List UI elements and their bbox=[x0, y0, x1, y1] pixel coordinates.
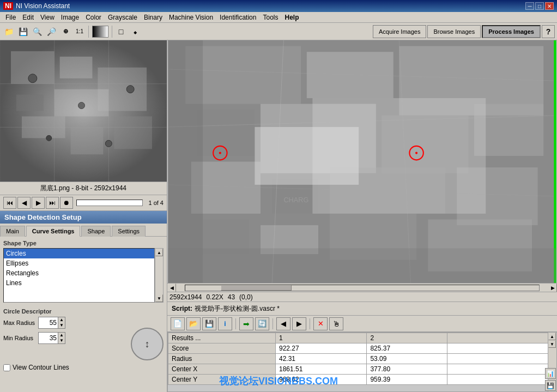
gradient-tool[interactable] bbox=[92, 26, 108, 38]
tab-settings[interactable]: Settings bbox=[112, 226, 146, 237]
bottom-right-icons: 📊 💾 bbox=[544, 367, 557, 392]
results-table: Results ... 1 2 Score 922.27 825.37 Radi bbox=[168, 333, 556, 385]
toolbar-separator-2 bbox=[112, 26, 112, 38]
svg-rect-50 bbox=[168, 248, 556, 283]
descriptor-fields: Max Radius 55 ▲ ▼ Min Ra bbox=[3, 317, 126, 347]
scrollbar-left[interactable]: ◀ bbox=[167, 284, 176, 292]
list-item-lines[interactable]: Lines bbox=[4, 278, 154, 288]
tab-main[interactable]: Main bbox=[0, 226, 25, 237]
view-contour-checkbox[interactable] bbox=[3, 364, 10, 371]
table-row-score: Score 922.27 825.37 bbox=[168, 343, 556, 354]
br-icon-2[interactable]: 💾 bbox=[545, 380, 556, 391]
table-scroll-down[interactable]: ▼ bbox=[548, 340, 556, 348]
status-dimensions: 2592x1944 bbox=[169, 293, 202, 301]
nav-next[interactable]: ▶ bbox=[32, 197, 45, 209]
nav-first[interactable]: ⏮ bbox=[3, 197, 16, 209]
menu-tools[interactable]: Tools bbox=[259, 13, 281, 22]
script-open[interactable]: 📂 bbox=[186, 317, 201, 330]
acquire-button[interactable]: Acquire Images bbox=[373, 25, 426, 38]
br-icon-1[interactable]: 📊 bbox=[545, 368, 556, 379]
max-radius-up[interactable]: ▲ bbox=[58, 317, 65, 323]
title-bar-controls: ─ □ ✕ bbox=[525, 2, 554, 10]
right-panel: CHARG bbox=[167, 40, 557, 392]
script-info[interactable]: i bbox=[218, 317, 232, 330]
script-toolbar: 📄 📂 💾 i ➡ 🔄 ◀ ▶ ✕ 🖱 bbox=[167, 316, 557, 332]
min-radius-down[interactable]: ▼ bbox=[58, 338, 65, 343]
script-stop[interactable]: ✕ bbox=[313, 317, 328, 330]
script-prev-step[interactable]: ◀ bbox=[276, 317, 290, 330]
svg-point-18 bbox=[105, 140, 112, 147]
min-radius-input[interactable]: 35 ▲ ▼ bbox=[38, 332, 65, 344]
nav-last[interactable]: ⏭ bbox=[46, 197, 59, 209]
list-scroll-down[interactable]: ▼ bbox=[155, 294, 163, 302]
toolbar-zoom-in[interactable]: 🔍 bbox=[31, 25, 44, 38]
menu-machine-vision[interactable]: Machine Vision bbox=[166, 13, 216, 22]
view-contour-row: View Contour Lines bbox=[3, 364, 164, 371]
menu-identification[interactable]: Identification bbox=[216, 13, 259, 22]
script-sep-3 bbox=[310, 318, 310, 329]
toolbar-save[interactable]: 💾 bbox=[16, 25, 29, 38]
close-button[interactable]: ✕ bbox=[545, 2, 554, 10]
row-label-center-x: Center X bbox=[168, 364, 276, 375]
script-run[interactable]: ➡ bbox=[239, 317, 253, 330]
toolbar-open[interactable]: 📁 bbox=[2, 25, 15, 38]
table-row-radius: Radius 42.31 53.09 bbox=[168, 354, 556, 364]
script-new[interactable]: 📄 bbox=[171, 317, 185, 330]
minimize-button[interactable]: ─ bbox=[525, 2, 534, 10]
toolbar: 📁 💾 🔍 🔎 ⊕ 1:1 □ ⬥ Acquire Images Browse … bbox=[0, 23, 557, 40]
toolbar-zoom-out[interactable]: 🔎 bbox=[45, 25, 58, 38]
shape-type-list[interactable]: Circles Ellipses Rectangles Lines bbox=[3, 248, 155, 303]
list-scroll-up[interactable]: ▲ bbox=[155, 249, 163, 256]
script-sep-1 bbox=[235, 318, 236, 329]
toolbar-rect-roi[interactable]: □ bbox=[114, 25, 128, 38]
h-scrollbar: ◀ ▶ bbox=[167, 283, 557, 292]
process-button[interactable]: Process Images bbox=[482, 25, 541, 38]
menu-binary[interactable]: Binary bbox=[141, 13, 166, 22]
status-coords: (0,0) bbox=[239, 293, 253, 301]
circle-descriptor-section: Circle Descriptor Max Radius 55 ▲ ▼ bbox=[3, 308, 164, 360]
scrollbar-right[interactable]: ▶ bbox=[548, 284, 557, 292]
toolbar-polygon-roi[interactable]: ⬥ bbox=[129, 25, 142, 38]
tab-curve-settings[interactable]: Curve Settings bbox=[26, 226, 81, 237]
nav-record[interactable]: ⏺ bbox=[60, 197, 73, 209]
h-scrollbar-thumb[interactable] bbox=[221, 285, 292, 291]
circle-preview: ↕ bbox=[131, 328, 164, 360]
menu-help[interactable]: Help bbox=[282, 13, 302, 22]
list-item-rectangles[interactable]: Rectangles bbox=[4, 268, 154, 278]
menu-image[interactable]: Image bbox=[58, 13, 82, 22]
min-radius-up[interactable]: ▲ bbox=[58, 333, 65, 338]
script-save[interactable]: 💾 bbox=[202, 317, 216, 330]
list-item-ellipses[interactable]: Ellipses bbox=[4, 258, 154, 268]
menu-file[interactable]: File bbox=[2, 13, 19, 22]
list-item-circles[interactable]: Circles bbox=[4, 249, 154, 258]
menu-color[interactable]: Color bbox=[82, 13, 105, 22]
script-name: 视觉助手-形状检测-圆.vascr * bbox=[195, 304, 280, 313]
script-next-step[interactable]: ▶ bbox=[292, 317, 306, 330]
menu-edit[interactable]: Edit bbox=[19, 13, 37, 22]
app-title: NI Vision Assistant bbox=[16, 2, 70, 10]
max-radius-value[interactable]: 55 bbox=[39, 317, 58, 328]
nav-page-label: 1 of 4 bbox=[148, 200, 164, 206]
script-cursor[interactable]: 🖱 bbox=[329, 317, 343, 330]
svg-rect-9 bbox=[71, 127, 104, 154]
tab-shape[interactable]: Shape bbox=[81, 226, 111, 237]
nav-prev[interactable]: ◀ bbox=[17, 197, 31, 209]
h-scrollbar-track[interactable] bbox=[185, 285, 540, 291]
max-radius-input[interactable]: 55 ▲ ▼ bbox=[38, 317, 65, 329]
menu-grayscale[interactable]: Grayscale bbox=[105, 13, 141, 22]
script-sep-2 bbox=[273, 318, 273, 329]
min-radius-value[interactable]: 35 bbox=[39, 333, 58, 343]
tab-content-main: Shape Type Circles Ellipses Rectangles L… bbox=[0, 237, 167, 392]
maximize-button[interactable]: □ bbox=[535, 2, 544, 10]
circle-descriptor-label: Circle Descriptor bbox=[3, 308, 164, 315]
status-zoom: 0.22X bbox=[206, 293, 223, 301]
max-radius-down[interactable]: ▼ bbox=[58, 323, 65, 328]
toolbar-zoom-fit[interactable]: ⊕ bbox=[59, 25, 72, 38]
help-icon[interactable]: ? bbox=[542, 25, 555, 38]
script-refresh[interactable]: 🔄 bbox=[255, 317, 269, 330]
menu-view[interactable]: View bbox=[37, 13, 58, 22]
row-score-empty bbox=[447, 343, 556, 354]
browse-button[interactable]: Browse Images bbox=[427, 25, 481, 38]
table-scroll-up[interactable]: ▲ bbox=[548, 333, 556, 340]
toolbar-zoom-1x[interactable]: 1:1 bbox=[73, 25, 86, 38]
